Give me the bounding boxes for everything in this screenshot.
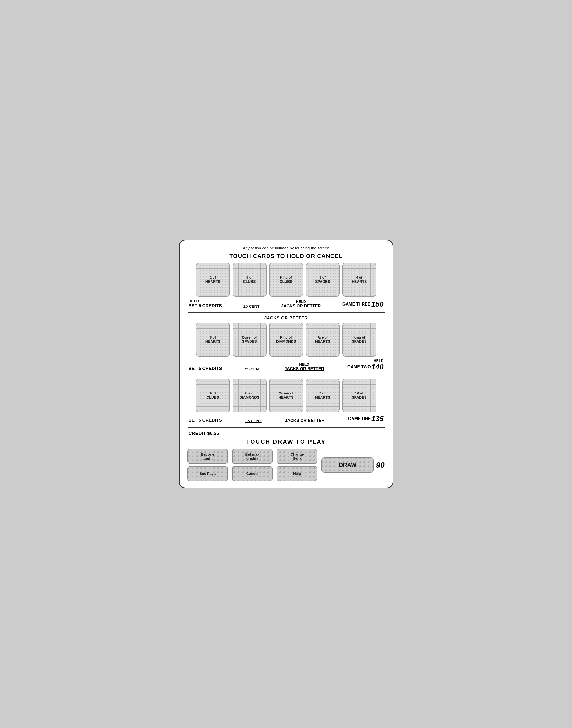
buttons-grid: Bet onecredit Bet maxcredits ChangeBet s…: [188, 449, 385, 481]
main-title: TOUCH CARDS TO HOLD OR CANCEL: [188, 253, 385, 260]
game1-denomination: 25 CENT: [245, 418, 262, 423]
see-pays-button[interactable]: See Pays: [187, 466, 228, 481]
card-g3-5[interactable]: 4 of HEARTS: [342, 263, 376, 297]
game1-cards-row: 9 of CLUBS Ace of DIAMONDS Queen of HEAR…: [188, 379, 385, 412]
card-g1-2[interactable]: Ace of DIAMONDS: [232, 379, 267, 412]
game2-label: GAME TWO: [347, 365, 371, 370]
card-g3-3[interactable]: King of CLUBS: [269, 263, 303, 297]
bet-max-credits-button[interactable]: Bet maxcredits: [232, 449, 273, 464]
change-bets-button[interactable]: ChangeBet s: [277, 449, 317, 464]
draw-score: 90: [376, 461, 384, 470]
card-g1-3[interactable]: Queen of HEARTS: [269, 379, 303, 412]
draw-button[interactable]: DRAW: [321, 458, 374, 473]
card-g3-2[interactable]: 9 of CLUBS: [232, 263, 267, 297]
draw-label: DRAW: [339, 462, 356, 468]
game3-label: GAME THREE: [342, 302, 370, 307]
game2-denomination: 25 CENT: [245, 367, 261, 371]
game2-held-right: HELD: [373, 358, 383, 363]
game2-bet: BET 5 CREDITS: [189, 366, 222, 371]
game3-held-left: HELD: [189, 299, 199, 303]
card-g2-2[interactable]: Queen of SPADES: [232, 323, 267, 356]
game2-held-center: HELD: [299, 362, 309, 367]
game3-denomination: 25 CENT: [243, 304, 260, 309]
help-button[interactable]: Help: [277, 466, 317, 481]
cancel-button[interactable]: Cancel: [232, 466, 273, 481]
credit-display: CREDIT $6.25: [189, 431, 385, 436]
card-g1-4[interactable]: 4 of HEARTS: [306, 379, 340, 412]
game1-label: GAME ONE: [348, 416, 371, 421]
card-g1-5[interactable]: 10 of SPADES: [342, 379, 376, 412]
game1-score: 135: [371, 415, 384, 423]
game1-type: JACKS OR BETTER: [285, 418, 325, 423]
card-g2-5[interactable]: King of SPADES: [342, 323, 376, 356]
game3-cards-row: 2 of HEARTS 9 of CLUBS King of CLUBS 2 o…: [188, 263, 385, 297]
card-g1-1[interactable]: 9 of CLUBS: [196, 379, 230, 412]
top-instruction: Any action can be initiated by touching …: [188, 246, 385, 250]
game3-bet: BET 5 CREDITS: [189, 303, 222, 309]
main-container: Any action can be initiated by touching …: [179, 240, 394, 488]
game3-score: 150: [371, 300, 384, 309]
card-g2-4[interactable]: Ace of HEARTS: [306, 323, 340, 356]
game2-cards-row: 8 of HEARTS Queen of SPADES King of DIAM…: [188, 323, 385, 356]
game1-bet: BET 5 CREDITS: [189, 418, 222, 423]
bet-one-credit-button[interactable]: Bet onecredit: [187, 449, 228, 464]
game2-type: JACKS OR BETTER: [285, 367, 324, 371]
touch-draw-instruction: TOUCH DRAW TO PLAY: [188, 438, 385, 445]
card-g2-3[interactable]: King of DIAMONDS: [269, 323, 303, 356]
card-g3-1[interactable]: 2 of HEARTS: [196, 263, 230, 297]
card-g3-4[interactable]: 2 of SPADES: [306, 263, 340, 297]
game3-type: JACKS OR BETTER: [281, 304, 320, 309]
game2-score: 140: [371, 363, 384, 371]
game3-held-center: HELD: [296, 300, 306, 304]
card-g2-1[interactable]: 8 of HEARTS: [196, 323, 230, 356]
game2-subtitle: JACKS OR BETTER: [188, 316, 385, 320]
